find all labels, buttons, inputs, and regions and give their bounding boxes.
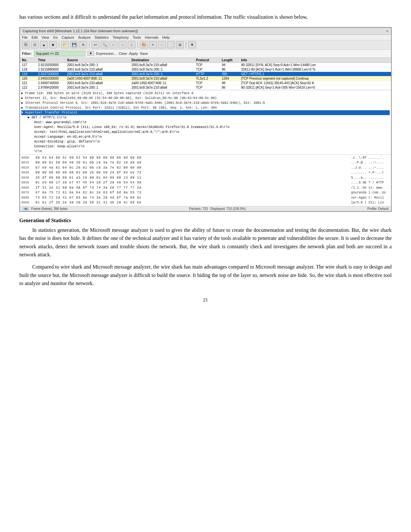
packet-row-120[interactable]: 120 2.9450330000 2a00:1450:4007:808::11 … [20, 76, 391, 81]
menu-help[interactable]: Help [162, 35, 170, 39]
col-dest: Destination [131, 58, 195, 62]
menu-go[interactable]: Go [53, 35, 58, 39]
packet-row-119[interactable]: 119 2.9237300000 2001:bc8:3a7e:210:a8a8 … [20, 72, 391, 76]
menu-capture[interactable]: Capture [62, 35, 74, 39]
hex-row-0080: 0080 73 65 72 2d 41 67 65 6e 74 3a 20 4d… [21, 195, 390, 201]
hex-row-0000: 0000 d0 63 b4 00 5c 90 52 54 00 99 00 96… [21, 155, 390, 161]
toolbar-jump[interactable]: ↕ [128, 41, 135, 48]
filter-save-btn[interactable]: Save [140, 52, 148, 55]
col-proto: Protocol [195, 58, 221, 62]
intro-text: has various sections and it difficult to… [19, 13, 392, 21]
hex-dump: 0000 d0 63 b4 00 5c 90 52 54 00 99 00 96… [20, 155, 391, 206]
wireshark-title: Capturing from eth0 [Wireshark 1.12.1 (G… [23, 29, 138, 33]
toolbar-stop[interactable]: ⊙ [31, 41, 39, 48]
tree-http-useragent: User-Agent: Mozilla/5.0 (X11; Linux x86_… [21, 125, 390, 130]
tree-http-connection: Connection: keep-alive\r\n [21, 144, 390, 149]
toolbar-sep2 [89, 42, 90, 48]
menu-file[interactable]: File [22, 35, 28, 39]
page-number: 21 [19, 297, 392, 303]
tree-http-acceptlang: Accept-Language: en-US,en;q=0.5\r\n [21, 134, 390, 139]
wireshark-window: Capturing from eth0 [Wireshark 1.12.1 (G… [19, 27, 392, 212]
toolbar-reload[interactable]: ↩ [92, 41, 99, 48]
wireshark-titlebar: Capturing from eth0 [Wireshark 1.12.1 (G… [20, 28, 391, 35]
tree-ipv6[interactable]: Internet Protocol Version 6, Src: 2001:b… [21, 101, 390, 105]
filter-label: Filter: [22, 52, 32, 55]
hex-row-0070: 0070 67 6e 75 72 61 6e 64 61 6c 2e 63 6f… [21, 190, 390, 195]
tree-http-host: Host: www.gnurandal.com\r\n [21, 120, 390, 125]
hex-row-0090: 0090 6c 61 2f 35 2e 30 20 28 58 31 31 3b… [21, 200, 390, 205]
toolbar-close[interactable]: ✕ [79, 41, 87, 48]
packet-row-122[interactable]: 122 2.9789420000 2001:bc8:3a7e:200::1 20… [20, 85, 391, 90]
toolbar-search[interactable]: 🔍 [101, 41, 108, 48]
toolbar-sep3 [137, 42, 138, 48]
hex-row-0060: 0060 2f 31 2e 31 0d 0a 48 6f 73 74 3a 20… [21, 185, 390, 191]
protocol-tree: Frame 119: 390 bytes on wire (3120 bits)… [20, 90, 391, 155]
toolbar-restart[interactable]: ▲ [40, 41, 48, 48]
packet-row-118[interactable]: 118 2.9215880000 2001:bc8:3a7e:210:a8a8 … [20, 67, 391, 72]
packet-row-117[interactable]: 117 2.9215050000 2001:bc8:3a7e:200::1 20… [20, 63, 391, 67]
tree-http-accept: Accept: text/html,application/xhtml+xml,… [21, 130, 390, 134]
tree-http-get[interactable]: ► GET / HTTP/1.1\r\n [21, 115, 390, 120]
filter-clear-btn[interactable]: Clear [119, 52, 127, 55]
menu-edit[interactable]: Edit [32, 35, 38, 39]
menu-tools[interactable]: Tools [133, 35, 141, 39]
tree-http-acceptenc: Accept-Encoding: gzip, deflate\r\n [21, 139, 390, 144]
toolbar-zoom-out[interactable]: - [158, 41, 166, 48]
menu-telephony[interactable]: Telephony [113, 35, 129, 39]
filter-dropdown-btn[interactable]: ▼ [87, 51, 94, 56]
hex-row-0020: 0020 b7 e9 4a 81 64 0c 20 01 0b c8 3a 7e… [21, 165, 390, 171]
toolbar-sep4 [186, 42, 186, 48]
col-no: No. [21, 58, 37, 62]
paragraph-1: In statistics generation, the Microsoft … [19, 226, 392, 259]
toolbar-forward[interactable]: → [119, 41, 126, 48]
wireshark-toolbar: ⦿ ⊙ ▲ ■ 📂 💾 ✕ ↩ 🔍 ← → ↕ 🎨 + - ⬜ ⧉ ▼ [20, 40, 391, 50]
statusbar-packets: Packets: 733 · Displayed: 733 (100.0%) [189, 207, 246, 211]
toolbar-back[interactable]: ← [110, 41, 117, 48]
toolbar-normal[interactable]: ⬜ [167, 41, 175, 48]
col-source: Source [66, 58, 131, 62]
col-info: Info [240, 58, 390, 62]
hex-row-0030: 0030 00 00 00 00 00 00 01 80 2b 00 50 2d… [21, 170, 390, 175]
packet-list: No. Time Source Destination Protocol Len… [20, 58, 391, 90]
hex-row-0050: 0050 0c e9 0b 17 36 e7 47 45 54 20 2f 20… [21, 180, 390, 185]
tree-tcp[interactable]: Transmission Control Protocol, Src Port:… [21, 105, 390, 110]
wireshark-filterbar: Filter: ▼ Expression... Clear Apply Save [20, 50, 391, 58]
menu-internals[interactable]: Internals [145, 35, 158, 39]
hex-row-0040: 0040 35 df 00 00 00 61 a3 16 00 01 04 09… [21, 175, 390, 181]
toolbar-open[interactable]: 📂 [61, 41, 69, 48]
toolbar-resize[interactable]: ⧉ [176, 41, 184, 48]
menu-statistics[interactable]: Statistics [94, 35, 109, 39]
hex-row-0010: 0010 00 00 01 50 06 40 20 01 0b c8 3a 7e… [21, 160, 390, 165]
paragraph-2: Compared to wire shark and Microsoft mes… [19, 263, 392, 288]
toolbar-start[interactable]: ⦿ [22, 41, 30, 48]
tree-http-crlf: \r\n [21, 149, 390, 154]
filter-input[interactable] [34, 51, 85, 56]
col-length: Length [221, 58, 240, 62]
toolbar-stop2[interactable]: ■ [49, 41, 57, 48]
tree-ethernet[interactable]: Ethernet II, Src: RealtekU_99:00:96 (52:… [21, 96, 390, 101]
tree-frame[interactable]: Frame 119: 390 bytes on wire (3120 bits)… [21, 91, 390, 96]
close-icon[interactable]: × [386, 29, 388, 34]
statusbar-frame: 🐟 Frame (frame), 390 bytes [23, 207, 68, 211]
toolbar-save[interactable]: 💾 [70, 41, 78, 48]
wireshark-menubar: File Edit View Go Capture Analyze Statis… [20, 35, 391, 40]
packet-list-header: No. Time Source Destination Protocol Len… [20, 58, 391, 63]
menu-view[interactable]: View [42, 35, 49, 39]
toolbar-zoom-in[interactable]: + [149, 41, 157, 48]
toolbar-profile[interactable]: ▼ [188, 41, 196, 48]
toolbar-colorize[interactable]: 🎨 [140, 41, 148, 48]
tree-http[interactable]: Hypertext Transfer Protocol [21, 110, 390, 115]
filter-apply-btn[interactable]: Apply [129, 52, 138, 55]
packet-row-121[interactable]: 121 2.9450740000 2001:bc8:3a7e:210:a8a8 … [20, 81, 391, 85]
toolbar-sep1 [59, 42, 59, 48]
section-heading: Generation of Statistics [19, 218, 392, 223]
statusbar-profile: Profile: Default [367, 207, 388, 211]
wireshark-statusbar: 🐟 Frame (frame), 390 bytes Packets: 733 … [20, 206, 391, 211]
filter-expression-btn[interactable]: Expression... [96, 52, 117, 55]
menu-analyze[interactable]: Analyze [78, 35, 91, 39]
col-time: Time [37, 58, 66, 62]
